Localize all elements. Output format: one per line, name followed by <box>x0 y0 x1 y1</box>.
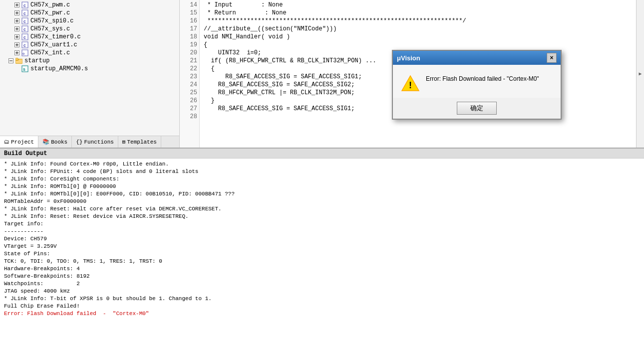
build-line: * JLink Info: CoreSight components: <box>4 175 640 183</box>
modal-body: ! Error: Flash Download failed - "Cortex… <box>393 65 561 98</box>
tree-item[interactable]: CCH57x_spi0.c <box>0 17 179 25</box>
file-icon: C <box>21 33 29 40</box>
line-number: 27 <box>182 105 197 113</box>
build-line: ------------ <box>4 228 640 235</box>
tree-expander[interactable] <box>14 34 20 40</box>
code-line: { <box>204 41 632 49</box>
svg-text:C: C <box>23 43 26 48</box>
build-line: TCK: 0, TDI: 0, TDO: 0, TMS: 1, TRES: 1,… <box>4 258 640 265</box>
file-icon: C <box>21 25 29 32</box>
line-number: 16 <box>182 17 197 25</box>
tab-functions[interactable]: {} Functions <box>72 136 118 148</box>
templates-tab-icon: ⊞ <box>122 139 126 145</box>
tree-item-label: startup <box>24 57 49 64</box>
modal-ok-button[interactable]: 确定 <box>457 102 497 115</box>
file-icon <box>15 57 23 64</box>
line-number: 28 <box>182 113 197 121</box>
line-numbers: 141516171819202122232425262728 <box>180 0 200 148</box>
tree-expander[interactable] <box>14 50 20 56</box>
line-number: 18 <box>182 33 197 41</box>
build-line: * JLink Info: Reset: Halt core after res… <box>4 205 640 213</box>
tree-expander[interactable] <box>14 2 20 8</box>
tree-expander[interactable] <box>14 66 20 72</box>
build-line: Watchpoints: 2 <box>4 280 640 288</box>
scroll-right-arrow[interactable]: ▶ <box>636 0 644 148</box>
file-icon: ⚙ <box>21 49 29 56</box>
tree-expander[interactable] <box>14 42 20 48</box>
tree-item-label: CH57x_int.c <box>30 49 70 56</box>
build-line: * JLink Info: Reset: Reset device via AI… <box>4 213 640 220</box>
svg-text:C: C <box>23 27 26 32</box>
tree-item[interactable]: Sstartup_ARMCM0.s <box>0 65 179 73</box>
build-line: Target info: <box>4 220 640 228</box>
code-line: * Return : None <box>204 9 632 17</box>
build-line: Hardware-Breakpoints: 4 <box>4 265 640 273</box>
line-number: 15 <box>182 9 197 17</box>
tree-item[interactable]: CCH57x_pwr.c <box>0 9 179 17</box>
svg-text:C: C <box>23 3 26 8</box>
line-number: 20 <box>182 49 197 57</box>
tree-item[interactable]: ⚙CH57x_int.c <box>0 49 179 57</box>
svg-text:!: ! <box>409 80 412 90</box>
modal-dialog: μVision × ! Error: Flash Download failed… <box>392 50 562 120</box>
code-line: * Input : None <box>204 1 632 9</box>
sidebar-tabs: 🗂 Project 📚 Books {} Functions ⊞ Templat… <box>0 136 179 148</box>
build-line: * JLink Info: FPUnit: 4 code (BP) slots … <box>4 168 640 175</box>
build-line: * JLink Info: ROMTbl[0][0]: E00FF000, CI… <box>4 190 640 198</box>
modal-close-button[interactable]: × <box>547 53 557 63</box>
books-tab-icon: 📚 <box>42 139 49 145</box>
tree-expander[interactable] <box>14 18 20 24</box>
tree-item-label: CH57x_sys.c <box>30 25 70 32</box>
code-line: void NMI_Handler( void ) <box>204 33 632 41</box>
build-line: Software-Breakpoints: 8192 <box>4 273 640 280</box>
tab-project[interactable]: 🗂 Project <box>0 136 38 148</box>
line-number: 26 <box>182 97 197 105</box>
svg-text:S: S <box>23 67 25 72</box>
build-line: * JLink Info: Found Cortex-M0 r0p0, Litt… <box>4 161 640 168</box>
line-number: 21 <box>182 57 197 65</box>
build-output-panel: Build Output * JLink Info: Found Cortex-… <box>0 148 644 337</box>
build-line: * JLink Info: ROMTbl[0] @ F0000000 <box>4 183 640 190</box>
svg-text:C: C <box>23 19 26 24</box>
tree-item-label: startup_ARMCM0.s <box>30 65 88 72</box>
file-icon: C <box>21 9 29 16</box>
svg-text:C: C <box>23 11 26 16</box>
tree-item[interactable]: CCH57x_timer0.c <box>0 33 179 41</box>
tree-expander[interactable] <box>8 58 14 64</box>
tree-item[interactable]: CCH57x_uart1.c <box>0 41 179 49</box>
svg-text:C: C <box>23 35 26 40</box>
tree-area: CCH57x_pwm.cCCH57x_pwr.cCCH57x_spi0.cCCH… <box>0 0 179 136</box>
modal-footer: 确定 <box>393 98 561 119</box>
tree-item[interactable]: startup <box>0 57 179 65</box>
tree-item-label: CH57x_uart1.c <box>30 41 77 48</box>
build-output-header: Build Output <box>0 149 644 159</box>
warning-icon: ! <box>401 75 420 92</box>
tab-functions-label: Functions <box>84 139 113 145</box>
code-line: ****************************************… <box>204 17 632 25</box>
tree-expander[interactable] <box>14 26 20 32</box>
sidebar: CCH57x_pwm.cCCH57x_pwr.cCCH57x_spi0.cCCH… <box>0 0 180 148</box>
modal-titlebar: μVision × <box>393 51 561 65</box>
tab-templates[interactable]: ⊞ Templates <box>118 136 161 148</box>
line-number: 23 <box>182 73 197 81</box>
tree-item-label: CH57x_timer0.c <box>30 33 81 40</box>
project-tab-icon: 🗂 <box>4 139 9 145</box>
build-line: VTarget = 3.259V <box>4 243 640 250</box>
build-line: JTAG speed: 4000 kHz <box>4 288 640 295</box>
svg-rect-39 <box>15 58 18 60</box>
code-line: //__attribute__((section("NMICode"))) <box>204 25 632 33</box>
build-output-title: Build Output <box>4 150 47 157</box>
file-icon: S <box>21 65 29 72</box>
tree-item[interactable]: CCH57x_sys.c <box>0 25 179 33</box>
functions-tab-icon: {} <box>76 139 82 145</box>
build-output-content: * JLink Info: Found Cortex-M0 r0p0, Litt… <box>0 159 644 337</box>
line-number: 17 <box>182 25 197 33</box>
tab-books[interactable]: 📚 Books <box>38 136 72 148</box>
line-number: 14 <box>182 1 197 9</box>
tree-expander[interactable] <box>14 10 20 16</box>
line-number: 22 <box>182 65 197 73</box>
build-line: Device: CH579 <box>4 235 640 243</box>
tree-item[interactable]: CCH57x_pwm.c <box>0 1 179 9</box>
tree-item-label: CH57x_pwr.c <box>30 9 70 16</box>
line-number: 24 <box>182 81 197 89</box>
